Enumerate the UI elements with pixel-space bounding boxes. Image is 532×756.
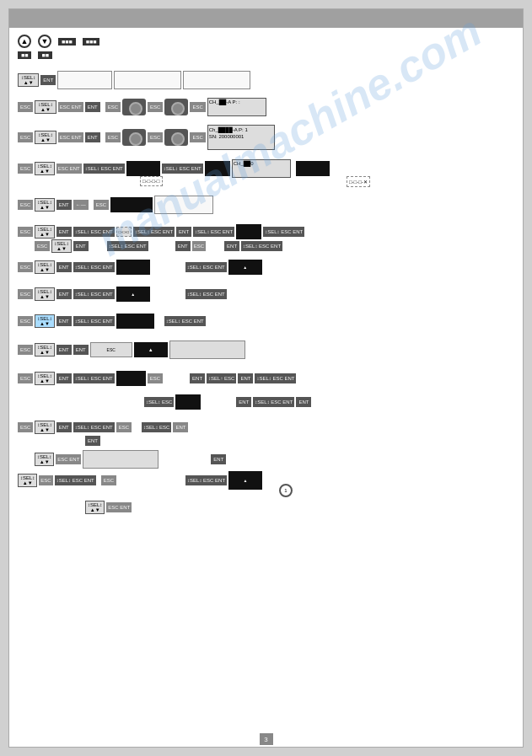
row15-sel: ↕SEL↕▲▼ <box>18 474 37 487</box>
row-2: ESC ↕SEL↕▲▼ ESC ENT ENT ESC ESC ESC CH_█… <box>18 98 266 116</box>
row6-sel: ↕SEL↕▲▼ <box>35 225 54 239</box>
row3-ent: ENT <box>85 132 100 142</box>
content-area: ▲ ▼ ■■■ ■■■ ■■ ■■ ↕SEL↕ ▲▼ ENT <box>18 35 514 738</box>
row10-esc-box: ESC <box>90 342 132 357</box>
row3-info-box: Ch_████-A P: 1 SN: 200000001 <box>207 125 275 150</box>
row5-esc2: ←— <box>73 200 89 210</box>
legend-dark-btn-2: ■■■ <box>83 38 100 46</box>
row1-ent-btn: ENT <box>40 75 56 85</box>
legend-dark-btn-4: ■■ <box>38 51 51 59</box>
header-bar <box>9 9 523 28</box>
row8-esc: ESC <box>18 289 33 299</box>
row4-dashed: □-□-□-□ <box>140 176 163 186</box>
row9-esc: ESC <box>18 316 33 326</box>
row1-white-box1 <box>57 71 112 89</box>
row8-ent: ENT <box>56 289 72 299</box>
row3-sel: ↕SEL↕▲▼ <box>35 131 56 144</box>
row9-sel: ↕SEL↕▲▼ <box>35 314 54 328</box>
row15-ent: ↕SEL↕ ESC ENT <box>55 475 96 485</box>
row14-ent2: ENT <box>211 454 226 464</box>
row6b-ent2: ENT <box>175 241 191 251</box>
row12-sel-esc: ↕SEL↕ ESC <box>144 397 174 407</box>
row-8: ESC ↕SEL↕▲▼ ENT ↕SEL↕ ESC ENT ▲ ↕SEL↕ ES… <box>18 287 227 302</box>
row3-esc4: ESC <box>190 132 205 142</box>
row11-ent3: ENT <box>238 373 253 383</box>
row6b-ent: ENT <box>73 241 89 251</box>
row-7: ESC ↕SEL↕▲▼ ENT ↕SEL↕ ESC ENT ↕SEL↕ ESC … <box>18 260 262 275</box>
row-last-esc: ESC ENT <box>106 502 132 512</box>
row10-sel: ↕SEL↕▲▼ <box>35 343 54 357</box>
row-last: ↕SEL↕▲▼ ESC ENT <box>85 501 132 514</box>
row4-black-box2 <box>205 161 230 176</box>
row5-white-box <box>154 196 213 214</box>
legend-dark-btn-3: ■■ <box>18 51 31 59</box>
row6-black-box <box>236 224 261 239</box>
row6b-ent3: ENT <box>224 241 239 251</box>
row14-sel: ↕SEL↕▲▼ <box>35 453 54 466</box>
row7-sel-ent2: ↕SEL↕ ESC ENT <box>185 262 227 272</box>
row2-info-box: CH_██-A P: : <box>207 98 266 116</box>
row3-esc3: ESC <box>148 132 163 142</box>
row13-sel: ↕SEL↕▲▼ <box>35 421 54 434</box>
row2-esc-btn: ESC <box>18 102 33 112</box>
row8-sel-ent: ↕SEL↕ ESC ENT <box>73 289 115 299</box>
down-arrow-icon: ▼ <box>38 35 51 48</box>
legend-row-1: ▲ ▼ ■■■ ■■■ <box>18 35 514 48</box>
row4-sel-ent: ↕SEL↕ ESC ENT <box>83 164 125 174</box>
row2-esc2: ESC <box>105 102 121 112</box>
row4-esc-ent: ESC ENT <box>56 164 82 174</box>
row1-white-box2 <box>114 71 181 89</box>
row11-sel-ent3: ↕SEL↕ ESC ENT <box>255 373 296 383</box>
row6-ent2: ENT <box>176 227 191 237</box>
row5-esc: ESC <box>18 200 33 210</box>
row10-esc: ESC <box>18 345 33 355</box>
row13b-ent: ENT <box>85 436 100 446</box>
legend-row-2: ■■ ■■ <box>18 51 514 59</box>
row9-ent: ENT <box>56 316 72 326</box>
row3-esc2: ESC <box>105 132 121 142</box>
camera-icon-3 <box>122 129 146 146</box>
row15-sel-ent: ↕SEL↕ ESC ENT <box>185 475 227 485</box>
row10-black-box: ▲ <box>134 342 168 357</box>
up-arrow-icon: ▲ <box>18 35 31 48</box>
page: manualmachine.com ▲ ▼ ■■■ ■■■ ■■ ■■ ↕SEL… <box>8 8 524 748</box>
row5-black-box <box>110 197 153 212</box>
camera-icon-2 <box>164 99 188 115</box>
row6-ent: ENT <box>56 227 72 237</box>
row15-esc: ESC <box>39 475 52 485</box>
row11-esc: ESC <box>18 373 33 383</box>
row11-sel-ent2: ↕SEL↑ ESC <box>207 373 236 383</box>
row12-ent2: ENT <box>296 397 311 407</box>
row13-sel-ent: ↕SEL↕ ESC ENT <box>73 422 115 432</box>
row-6b: ESC ↕SEL↕▲▼ ENT ↕SEL↕ ESC ENT ENT ESC EN… <box>18 239 282 253</box>
circle-icon: 1 <box>279 484 293 497</box>
row11-ent: ENT <box>56 373 72 383</box>
row7-black-box <box>116 260 150 275</box>
row2-sel-node: ↕SEL↕▲▼ <box>35 100 56 114</box>
row11-esc2: ESC <box>148 373 163 383</box>
page-number: 3 <box>260 733 273 745</box>
info-box-line1: CH_██-A P: : <box>209 99 265 106</box>
row-last-sel: ↕SEL↕▲▼ <box>85 501 105 514</box>
row6-sel-ent3: ↕SEL↕ ESC ENT <box>193 227 234 237</box>
row9-sel-ent: ↕SEL↕ ESC ENT <box>73 316 115 326</box>
row11-sel-ent: ↕SEL↕ ESC ENT <box>73 373 115 383</box>
row-13: ESC ↕SEL↕▲▼ ENT ↕SEL↕ ESC ENT ESC ↕SEL↕ … <box>18 421 188 434</box>
row10-ent2: ENT <box>73 345 89 355</box>
row6-sel-ent4: ↕SEL↕ ESC ENT <box>263 227 304 237</box>
row13-ent: ENT <box>56 422 72 432</box>
row7-sel-ent: ↕SEL↕ ESC ENT <box>73 262 115 272</box>
row13-esc2: ESC <box>116 422 132 432</box>
row10-ent: ENT <box>56 345 72 355</box>
row8-black-box: ▲ <box>116 287 150 302</box>
row11-ent2: ENT <box>190 373 205 383</box>
row-1: ↕SEL↕ ▲▼ ENT <box>18 71 250 89</box>
row-14: ↕SEL↕▲▼ ESC ENT ENT <box>18 450 226 469</box>
row12-black-box <box>175 394 201 410</box>
row-13b: ENT <box>85 436 100 446</box>
row4-esc: ESC <box>18 164 33 174</box>
row1-sel-node: ↕SEL↕ ▲▼ <box>18 73 39 87</box>
row2-esc4: ESC <box>190 102 205 112</box>
row5-sel: ↕SEL↕▲▼ <box>35 198 54 212</box>
row11-black-box <box>116 371 146 386</box>
